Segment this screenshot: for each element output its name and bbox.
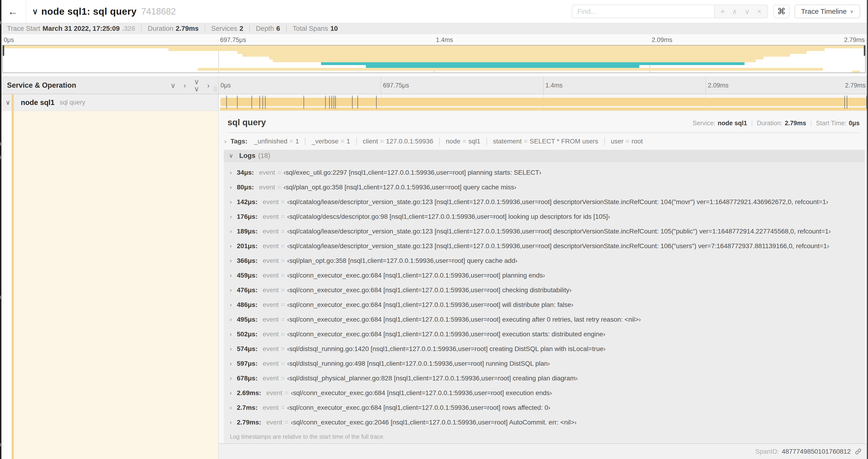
log-entry[interactable]: › 502μs: event = ‹sql/conn_executor_exec…	[224, 327, 865, 341]
log-entry[interactable]: › 495μs: event = ‹sql/conn_executor_exec…	[224, 312, 865, 327]
log-marker-tick[interactable]	[259, 96, 260, 109]
tag-item[interactable]: _verbose=1	[311, 138, 350, 145]
log-entry[interactable]: › 176μs: event = ‹sql/catalog/descs/desc…	[224, 209, 865, 224]
tag-item[interactable]: client=127.0.0.1:59936	[363, 138, 433, 145]
log-marker-tick[interactable]	[844, 96, 845, 109]
log-entry[interactable]: › 597μs: event = ‹sql/distsql_running.go…	[224, 356, 865, 371]
log-marker-tick[interactable]	[304, 96, 304, 109]
span-color-accent	[12, 94, 14, 111]
minimap-span-bar	[242, 54, 790, 57]
log-timestamp: 34μs:	[237, 169, 254, 176]
log-marker-tick[interactable]	[352, 96, 352, 109]
indent-guide-line	[2, 111, 3, 459]
log-entry[interactable]: › 2.7ms: event = ‹sql/conn_executor_exec…	[224, 400, 865, 415]
span-detail-panel: sql query Service: node sql1 Duration: 2…	[218, 111, 868, 459]
service-label: Service:	[692, 120, 715, 127]
span-collapse-icon[interactable]: ∨	[6, 99, 12, 106]
minimap-span-bar	[366, 65, 639, 68]
span-row-timeline-cell	[218, 94, 868, 111]
log-entry[interactable]: › 574μs: event = ‹sql/distsql_running.go…	[224, 341, 865, 356]
collapse-one-icon[interactable]: ∨	[170, 82, 176, 89]
find-group: ⌖ ∧ ∨ ×	[572, 5, 768, 18]
log-field-key: event	[259, 184, 275, 191]
log-marker-tick[interactable]	[325, 96, 326, 109]
span-operation-name: sql query	[60, 99, 85, 106]
trace-collapse-icon[interactable]: ∨	[32, 7, 38, 16]
span-duration-bar[interactable]	[220, 98, 867, 106]
collapse-all-icon[interactable]: ∨∨	[194, 78, 199, 93]
log-field-key: event	[263, 198, 279, 206]
expand-all-icon[interactable]: ››	[207, 82, 210, 89]
log-field-value: ‹sql/conn_executor_exec.go:684 [nsql1,cl…	[287, 272, 545, 279]
clear-find-icon[interactable]: ×	[757, 7, 762, 15]
log-entry[interactable]: › 459μs: event = ‹sql/conn_executor_exec…	[224, 268, 865, 283]
service-value: node sql1	[718, 120, 747, 127]
log-field-key: event	[263, 301, 279, 308]
log-field-key: event	[263, 316, 279, 323]
tag-item[interactable]: statement=SELECT * FROM users	[493, 138, 598, 145]
logs-header[interactable]: ∨ Logs (18)	[224, 150, 865, 162]
log-field-key: event	[263, 286, 279, 294]
detail-row-tint	[14, 111, 218, 459]
log-entry[interactable]: › 366μs: event = ‹sql/plan_opt.go:358 [n…	[224, 253, 865, 268]
tags-row[interactable]: › Tags: _unfinished=1 _verbose=1 client=…	[219, 133, 868, 150]
trace-view-select[interactable]: Trace Timeline ∨	[795, 5, 860, 18]
log-entry[interactable]: › 34μs: event = ‹sql/exec_util.go:2297 […	[224, 165, 865, 180]
log-entry[interactable]: › 2.79ms: event = ‹sql/conn_executor_exe…	[224, 415, 865, 430]
log-entry[interactable]: › 678μs: event = ‹sql/distsql_physical_p…	[224, 371, 865, 386]
log-marker-tick[interactable]	[358, 96, 358, 109]
depth-value: 6	[276, 25, 280, 32]
keyboard-shortcuts-button[interactable]: ⌘	[774, 5, 789, 18]
log-entry[interactable]: › 189μs: event = ‹sql/catalog/lease/desc…	[224, 224, 865, 239]
back-button[interactable]: ←	[0, 0, 26, 23]
find-input[interactable]	[572, 5, 714, 18]
viewport-handle-right[interactable]	[864, 45, 865, 56]
tag-separator	[356, 138, 357, 145]
span-row-name-cell[interactable]: ∨ node sql1 sql query	[0, 94, 218, 111]
tag-key: client	[363, 138, 378, 145]
minimap-tick-label: 2.09ms	[652, 36, 673, 44]
log-entry[interactable]: › 476μs: event = ‹sql/conn_executor_exec…	[224, 283, 865, 297]
tag-item[interactable]: user=root	[611, 138, 643, 145]
log-marker-tick[interactable]	[237, 96, 238, 109]
log-marker-tick[interactable]	[265, 96, 266, 109]
next-match-icon[interactable]: ∨	[745, 7, 750, 15]
detail-operation-name[interactable]: sql query	[227, 118, 266, 127]
prev-match-icon[interactable]: ∧	[732, 7, 737, 15]
log-field-value: ‹sql/catalog/lease/descriptor_version_st…	[287, 198, 828, 206]
tag-item[interactable]: _unfinished=1	[254, 138, 299, 145]
log-marker-tick[interactable]	[226, 96, 227, 109]
log-marker-tick[interactable]	[376, 96, 377, 109]
log-marker-tick[interactable]	[334, 96, 334, 109]
focus-match-icon[interactable]: ⌖	[721, 7, 725, 15]
log-field-key: event	[266, 389, 282, 397]
log-entry[interactable]: › 80μs: event = ‹sql/plan_opt.go:358 [ns…	[224, 180, 865, 195]
log-field-value: ‹sql/catalog/lease/descriptor_version_st…	[287, 228, 831, 235]
expand-one-icon[interactable]: ›	[184, 82, 186, 89]
logs-list: › 34μs: event = ‹sql/exec_util.go:2297 […	[224, 162, 865, 444]
column-resize-grip[interactable]	[214, 86, 216, 92]
log-entry[interactable]: › 2.69ms: event = ‹sql/conn_executor_exe…	[224, 386, 865, 400]
log-entry[interactable]: › 201μs: event = ‹sql/catalog/lease/desc…	[224, 239, 865, 253]
log-field-key: event	[263, 272, 279, 279]
logs-footer-note: Log timestamps are relative to the start…	[224, 430, 865, 440]
minimap-canvas[interactable]	[2, 45, 866, 73]
detail-footer-bar: SpanID: 4877749850101760812	[219, 444, 868, 459]
log-marker-tick[interactable]	[847, 96, 847, 109]
logs-block: ∨ Logs (18) › 34μs: event = ‹sql/exec_ut…	[224, 150, 865, 444]
log-marker-tick[interactable]	[262, 96, 263, 109]
tag-value: SELECT * FROM users	[530, 138, 598, 145]
log-marker-tick[interactable]	[335, 96, 336, 109]
detail-title-row: sql query Service: node sql1 Duration: 2…	[219, 111, 868, 127]
log-entry[interactable]: › 486μs: event = ‹sql/conn_executor_exec…	[224, 297, 865, 312]
log-entry[interactable]: › 142μs: event = ‹sql/catalog/lease/desc…	[224, 195, 865, 209]
log-marker-tick[interactable]	[251, 96, 252, 109]
duration-label: Duration	[148, 25, 174, 32]
viewport-handle-left[interactable]	[3, 45, 4, 56]
span-detail-accent-bar	[220, 107, 868, 110]
log-marker-tick[interactable]	[332, 96, 332, 109]
chevron-right-icon: ›	[230, 404, 237, 411]
log-marker-tick[interactable]	[329, 96, 330, 109]
link-icon[interactable]	[855, 448, 862, 455]
tag-item[interactable]: node=sql1	[446, 138, 480, 145]
